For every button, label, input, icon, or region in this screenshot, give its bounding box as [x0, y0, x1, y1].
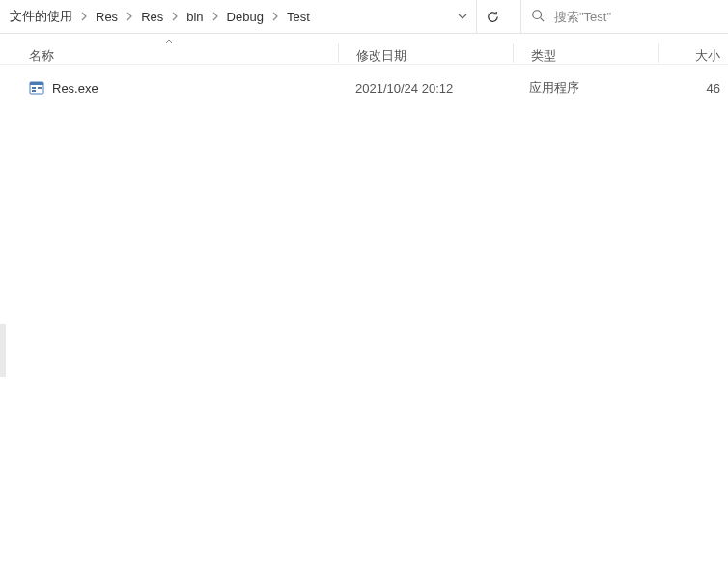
svg-rect-4 — [32, 87, 36, 89]
column-label: 名称 — [29, 47, 54, 65]
address-bar: 文件的使用 Res Res bin Debug Test — [0, 0, 728, 34]
chevron-down-icon[interactable] — [449, 0, 476, 33]
column-label: 修改日期 — [356, 47, 406, 65]
column-header-date[interactable]: 修改日期 — [339, 47, 513, 64]
file-row[interactable]: Res.exe 2021/10/24 20:12 应用程序 46 — [0, 74, 728, 101]
chevron-right-icon[interactable] — [169, 12, 181, 21]
column-header-size[interactable]: 大小 — [659, 47, 728, 64]
sort-ascending-icon — [164, 36, 174, 46]
breadcrumb-item[interactable]: bin — [181, 0, 209, 33]
svg-rect-6 — [32, 90, 36, 92]
file-list: Res.exe 2021/10/24 20:12 应用程序 46 — [0, 65, 728, 101]
refresh-button[interactable] — [476, 0, 509, 33]
breadcrumb-item[interactable]: Res — [135, 0, 169, 33]
svg-line-1 — [541, 17, 545, 21]
breadcrumb-item[interactable]: Test — [281, 0, 316, 33]
breadcrumb-item[interactable]: Res — [90, 0, 124, 33]
exe-file-icon — [29, 80, 44, 96]
chevron-right-icon[interactable] — [78, 12, 90, 21]
chevron-right-icon[interactable] — [210, 12, 221, 21]
search-icon — [531, 9, 545, 25]
file-name-cell: Res.exe — [0, 80, 338, 96]
svg-point-0 — [533, 10, 542, 18]
divider — [509, 0, 520, 33]
breadcrumb-item[interactable]: 文件的使用 — [4, 0, 78, 33]
column-headers: 名称 修改日期 类型 大小 — [0, 34, 728, 65]
breadcrumb[interactable]: 文件的使用 Res Res bin Debug Test — [4, 0, 449, 33]
search-input[interactable] — [554, 10, 728, 24]
svg-rect-5 — [38, 87, 42, 89]
column-label: 大小 — [695, 47, 720, 65]
svg-rect-3 — [30, 82, 43, 85]
search-box[interactable] — [520, 0, 728, 33]
column-header-type[interactable]: 类型 — [514, 47, 658, 64]
column-label: 类型 — [531, 47, 556, 65]
file-type: 应用程序 — [512, 79, 657, 97]
column-header-name[interactable]: 名称 — [0, 47, 338, 64]
file-size: 46 — [657, 81, 728, 96]
breadcrumb-item[interactable]: Debug — [221, 0, 269, 33]
chevron-right-icon[interactable] — [124, 12, 135, 21]
chevron-right-icon[interactable] — [269, 12, 281, 21]
breadcrumb-container: 文件的使用 Res Res bin Debug Test — [0, 0, 476, 33]
file-date: 2021/10/24 20:12 — [338, 81, 512, 96]
left-gutter — [0, 324, 6, 377]
file-name: Res.exe — [52, 81, 98, 96]
